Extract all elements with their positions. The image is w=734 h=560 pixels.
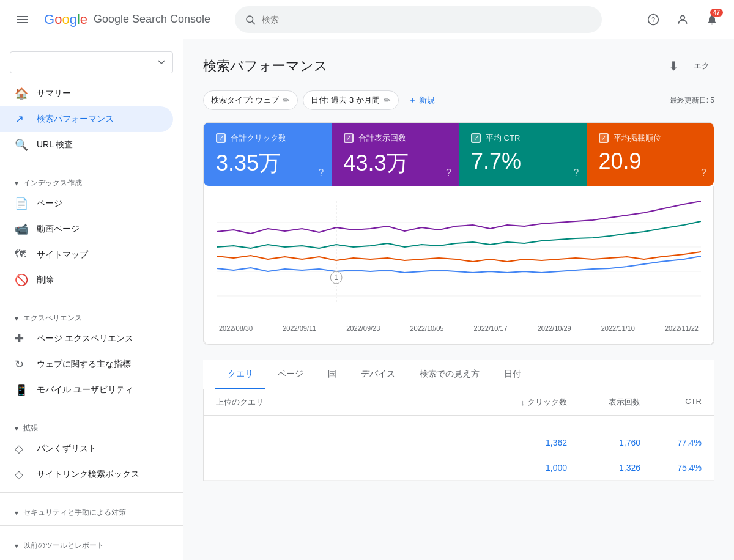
stat-card-position[interactable]: ✓ 平均掲載順位 20.9 ? (587, 123, 714, 186)
x-label-5: 2022/10/17 (474, 325, 508, 332)
sidebar-item-label: 検索パフォーマンス (37, 114, 114, 125)
trending-icon: ↗ (15, 112, 27, 126)
vitals-icon: ↻ (15, 358, 27, 371)
tabs-bar: クエリ ページ 国 デバイス 検索での見え方 日付 (203, 360, 714, 389)
svg-text:?: ? (651, 16, 655, 23)
sidebar-item-removals[interactable]: 🚫 削除 (0, 267, 173, 293)
queries-table: 上位のクエリ ↓ クリック数 表示回数 CTR 1,362 1,760 77.4… (203, 389, 714, 481)
x-label-2: 2022/09/11 (283, 325, 316, 332)
sidebar-item-search-performance[interactable]: ↗ 検索パフォーマンス (0, 106, 173, 132)
page-header: 検索パフォーマンス ⬇ エク (203, 54, 714, 78)
help-icon-impressions: ? (446, 168, 451, 179)
search-icon (245, 14, 256, 25)
col-header-clicks: ↓ クリック数 (494, 397, 567, 408)
page-title: 検索パフォーマンス (203, 57, 328, 75)
tab-countries[interactable]: 国 (316, 360, 349, 389)
sidebar-item-pages[interactable]: 📄 ページ (0, 191, 173, 216)
app-name: Google Search Console (94, 13, 210, 26)
filter-label: 日付: 過去 3 か月間 (311, 95, 380, 106)
app-header: Google Google Search Console ? 47 (0, 0, 734, 39)
last-updated-label: 最終更新日: 5 (670, 95, 714, 106)
page-icon: 📄 (15, 197, 27, 210)
search-type-filter[interactable]: 検索タイプ: ウェブ ✏ (203, 90, 298, 110)
sidebar-item-summary[interactable]: 🏠 サマリー (0, 81, 173, 106)
add-filter-label: 新規 (419, 95, 435, 106)
sitemap-icon: 🗺 (15, 248, 27, 261)
edit-icon: ✏ (283, 95, 290, 105)
header-icons: ? 47 (641, 7, 724, 32)
download-button[interactable]: ⬇ (664, 54, 684, 78)
sidebar-item-web-vitals[interactable]: ↻ ウェブに関する主な指標 (0, 352, 173, 377)
table-row[interactable]: 1,362 1,760 77.4% (204, 430, 714, 455)
x-label-3: 2022/09/23 (346, 325, 380, 332)
experience-icon: ✚ (15, 332, 27, 345)
sidebar-item-breadcrumbs[interactable]: ◇ パンくずリスト (0, 436, 173, 462)
date-filter[interactable]: 日付: 過去 3 か月間 ✏ (303, 90, 399, 110)
sidebar-item-label: ウェブに関する主な指標 (37, 359, 131, 370)
table-row[interactable]: 1,000 1,326 75.4% (204, 455, 714, 481)
ctr-cell: 75.4% (640, 463, 702, 473)
filter-bar: 検索タイプ: ウェブ ✏ 日付: 過去 3 か月間 ✏ ＋ 新規 最終更新日: … (203, 90, 714, 110)
section-collapse-icon: ▾ (15, 424, 18, 433)
sidebar-item-video-pages[interactable]: 📹 動画ページ (0, 216, 173, 242)
breadcrumb-icon: ◇ (15, 442, 27, 455)
tab-pages[interactable]: ページ (265, 360, 316, 389)
page-actions: ⬇ エク (664, 54, 714, 78)
sidebar-item-label: モバイル ユーザビリティ (37, 385, 133, 396)
tab-search-appearance[interactable]: 検索での見え方 (407, 360, 492, 389)
sidebar-item-label: ページ (37, 198, 62, 209)
divider-1 (0, 163, 183, 163)
help-icon-clicks: ? (319, 168, 324, 179)
sidebar-item-sitelinks-searchbox[interactable]: ◇ サイトリンク検索ボックス (0, 462, 173, 487)
section-legacy: ▾ 以前のツールとレポート (0, 531, 183, 553)
stat-label-position: 平均掲載順位 (614, 133, 661, 144)
col-header-ctr: CTR (640, 397, 702, 408)
sidebar-item-label: 削除 (37, 274, 54, 286)
sitelinks-icon: ◇ (15, 468, 27, 481)
svg-rect-0 (17, 16, 28, 17)
impressions-cell: 1,326 (567, 463, 640, 473)
sidebar-item-sitemap[interactable]: 🗺 サイトマップ (0, 242, 173, 267)
sort-arrow-icon: ↓ (521, 398, 525, 407)
help-icon-ctr: ? (574, 168, 579, 179)
property-dropdown[interactable] (10, 51, 173, 73)
sidebar-item-page-experience[interactable]: ✚ ページ エクスペリエンス (0, 326, 173, 352)
clicks-cell: 1,362 (494, 438, 567, 448)
app-logo: Google Google Search Console (44, 12, 210, 28)
sidebar-item-label: サイトマップ (37, 249, 88, 260)
stat-checkbox-ctr[interactable]: ✓ (471, 133, 481, 143)
tab-dates[interactable]: 日付 (492, 360, 533, 389)
stat-card-ctr[interactable]: ✓ 平均 CTR 7.7% ? (459, 123, 587, 186)
sidebar-item-label: URL 検査 (37, 139, 73, 150)
stat-card-impressions[interactable]: ✓ 合計表示回数 43.3万 ? (332, 123, 459, 186)
divider-5 (0, 525, 183, 526)
menu-button[interactable] (10, 7, 34, 32)
add-filter-button[interactable]: ＋ 新規 (404, 91, 440, 109)
search-input[interactable] (262, 15, 592, 24)
tab-devices[interactable]: デバイス (349, 360, 407, 389)
divider-3 (0, 408, 183, 408)
section-enhancements: ▾ 拡張 (0, 413, 183, 436)
sidebar-item-label: パンくずリスト (37, 443, 97, 454)
section-collapse-icon: ▾ (15, 509, 18, 517)
stat-label-clicks: 合計クリック数 (231, 133, 286, 144)
stat-checkbox-clicks[interactable]: ✓ (216, 133, 226, 143)
sidebar-item-url-inspection[interactable]: 🔍 URL 検査 (0, 132, 173, 158)
help-button[interactable]: ? (641, 7, 665, 32)
svg-line-4 (252, 21, 254, 24)
divider-2 (0, 298, 183, 298)
sidebar-item-mobile-usability[interactable]: 📱 モバイル ユーザビリティ (0, 377, 173, 403)
notifications-button[interactable]: 47 (700, 7, 724, 32)
ctr-cell: 77.4% (640, 438, 702, 448)
export-button[interactable]: エク (689, 54, 714, 78)
stat-value-clicks: 3.35万 (216, 149, 319, 179)
stat-checkbox-impressions[interactable]: ✓ (344, 133, 354, 143)
section-collapse-icon: ▾ (15, 314, 18, 323)
account-button[interactable] (670, 7, 695, 32)
tab-queries[interactable]: クエリ (215, 360, 265, 389)
stat-card-clicks[interactable]: ✓ 合計クリック数 3.35万 ? (204, 123, 332, 186)
stat-checkbox-position[interactable]: ✓ (599, 133, 609, 143)
chart-container: 1 2022/08/30 2022/09/11 2022/09/23 2022/… (204, 186, 714, 345)
col-header-query: 上位のクエリ (216, 397, 494, 408)
search-bar[interactable] (235, 6, 602, 33)
